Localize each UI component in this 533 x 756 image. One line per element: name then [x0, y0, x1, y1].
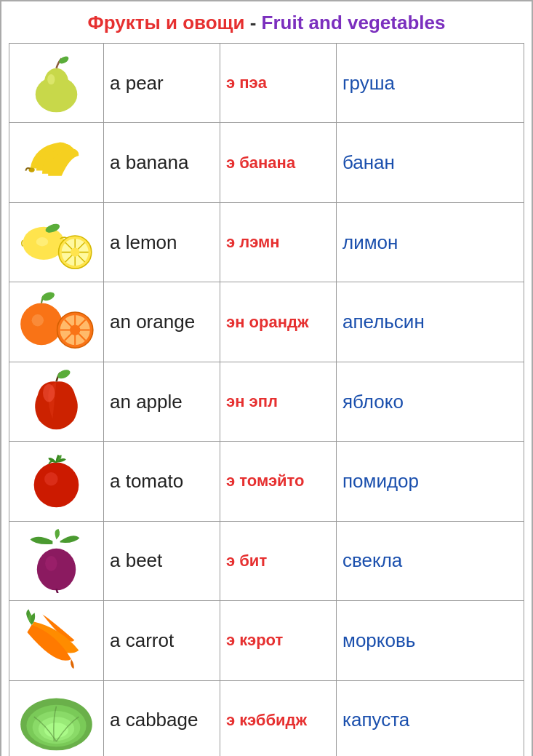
cell-russian-3: апельсин — [337, 282, 524, 362]
cell-russian-6: свекла — [337, 521, 524, 600]
table-row: a lemon э лэмн лимон — [9, 202, 524, 282]
cell-english-8: a cabbage — [104, 680, 220, 756]
svg-point-24 — [70, 325, 80, 335]
cell-russian-0: груша — [337, 44, 524, 123]
title-russian: Фрукты и овощи — [88, 12, 245, 33]
cell-image-tomato — [9, 442, 104, 521]
cell-english-7: a carrot — [104, 601, 220, 680]
svg-point-17 — [41, 291, 56, 303]
svg-point-26 — [56, 368, 71, 381]
cell-english-5: a tomato — [104, 442, 220, 521]
cell-transcription-6: э бит — [220, 521, 337, 600]
cell-russian-2: лимон — [337, 202, 524, 282]
cell-image-banana — [9, 123, 104, 202]
table-row: a beet э бит свекла — [9, 521, 524, 600]
cell-transcription-0: э пэа — [220, 44, 337, 123]
cell-transcription-3: эн орандж — [220, 282, 337, 362]
cell-transcription-8: э кэббидж — [220, 680, 337, 756]
svg-point-14 — [71, 247, 79, 256]
table-row: an orange эн орандж апельсин — [9, 282, 524, 362]
svg-point-6 — [36, 237, 48, 246]
cell-russian-5: помидор — [337, 442, 524, 521]
cell-image-beet — [9, 521, 104, 600]
cell-russian-7: морковь — [337, 601, 524, 680]
cell-image-lemon — [9, 202, 104, 282]
svg-point-25 — [43, 383, 55, 402]
table-row: a pear э пэа груша — [9, 44, 524, 123]
table-row: a banana э банана банан — [9, 123, 524, 202]
table-row: a tomato э томэйто помидор — [9, 442, 524, 521]
cell-english-1: a banana — [104, 123, 220, 202]
cell-transcription-1: э банана — [220, 123, 337, 202]
cell-english-6: a beet — [104, 521, 220, 600]
cell-english-2: a lemon — [104, 202, 220, 282]
svg-point-3 — [57, 55, 70, 65]
vocabulary-table: a pear э пэа груша a banana э банана бан… — [9, 43, 524, 756]
title-english: Fruit and vegetables — [262, 12, 446, 33]
svg-point-30 — [45, 556, 57, 571]
cell-transcription-7: э кэрот — [220, 601, 337, 680]
title-separator: - — [250, 12, 262, 33]
svg-point-27 — [34, 463, 79, 508]
page-title: Фрукты и овощи - Fruit and vegetables — [9, 9, 524, 37]
table-row: a cabbage э кэббидж капуста — [9, 680, 524, 756]
cell-english-4: an apple — [104, 362, 220, 441]
cell-russian-4: яблоко — [337, 362, 524, 441]
cell-transcription-2: э лэмн — [220, 202, 337, 282]
page-container: Фрукты и овощи - Fruit and vegetables a … — [0, 0, 533, 756]
table-row: an apple эн эпл яблоко — [9, 362, 524, 441]
svg-point-29 — [37, 549, 76, 591]
cell-english-0: a pear — [104, 44, 220, 123]
cell-english-3: an orange — [104, 282, 220, 362]
svg-point-28 — [44, 472, 57, 485]
cell-image-orange — [9, 282, 104, 362]
cell-russian-8: капуста — [337, 680, 524, 756]
table-row: a carrot э кэрот морковь — [9, 601, 524, 680]
cell-image-carrot — [9, 601, 104, 680]
cell-transcription-5: э томэйто — [220, 442, 337, 521]
cell-image-cabbage — [9, 680, 104, 756]
svg-point-2 — [47, 74, 55, 84]
cell-russian-1: банан — [337, 123, 524, 202]
cell-image-apple — [9, 362, 104, 441]
cell-image-pear — [9, 44, 104, 123]
cell-transcription-4: эн эпл — [220, 362, 337, 441]
svg-point-16 — [32, 314, 44, 326]
